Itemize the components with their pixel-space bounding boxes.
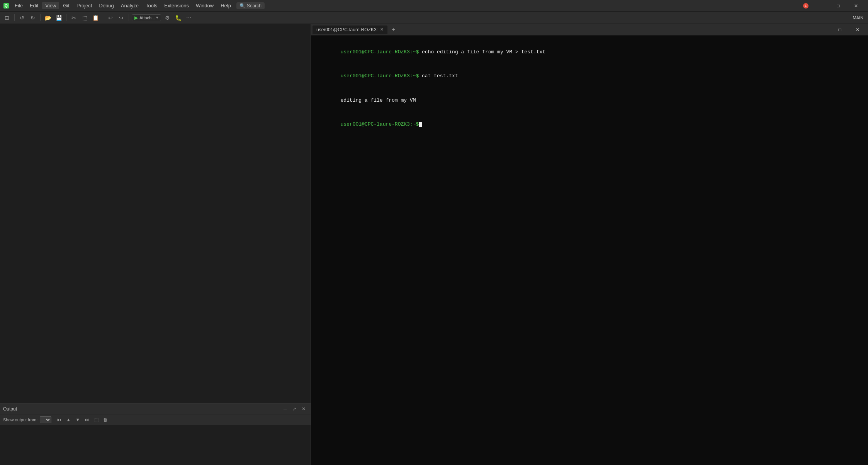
attach-label: Attach... — [139, 15, 155, 20]
toolbar-open-btn[interactable]: 📂 — [43, 13, 53, 22]
toolbar: ⊟ ↺ ↻ 📂 💾 ✂ ⬚ 📋 ↩ ↪ ▶ Attach... ▾ ⚙ 🐛 ⋯ … — [0, 12, 868, 24]
terminal-content[interactable]: user001@CPC-laure-ROZK3:~$ echo editing … — [311, 36, 868, 465]
mode-label: MAIN — [851, 15, 866, 21]
terminal-line-3: editing a file from my VM — [316, 89, 863, 112]
minimize-button[interactable]: ─ — [812, 0, 829, 12]
output-scroll-top-btn[interactable]: ⏮ — [55, 416, 63, 424]
output-filter-select[interactable] — [40, 416, 51, 423]
output-scroll-bottom-btn[interactable]: ⏭ — [83, 416, 91, 424]
menu-project[interactable]: Project — [73, 2, 95, 9]
toolbar-cut-btn[interactable]: ✂ — [69, 13, 78, 22]
right-panel: user001@CPC-laure-ROZK3: ✕ + ─ □ ✕ user0… — [311, 24, 868, 465]
output-clear-btn[interactable]: 🗑 — [102, 416, 109, 424]
output-panel: Output ─ ↗ ✕ Show output from: ⏮ ▲ ▼ ⏭ ⬚ — [0, 403, 311, 465]
menu-window[interactable]: Window — [193, 2, 217, 9]
output-filter-bar: Show output from: ⏮ ▲ ▼ ⏭ ⬚ 🗑 — [0, 414, 311, 425]
title-bar-left: Q File Edit View Git Project Debug Analy… — [3, 2, 265, 9]
toolbar-sep-4 — [103, 14, 103, 21]
toolbar-sep-2 — [40, 14, 41, 21]
app-logo-icon: Q — [3, 3, 9, 9]
toolbar-more-btn[interactable]: ⋯ — [184, 13, 194, 22]
menu-bar: File Edit View Git Project Debug Analyze… — [12, 2, 234, 9]
window-controls: ─ □ ✕ — [812, 0, 865, 12]
toolbar-sep-1 — [14, 14, 15, 21]
output-close-btn[interactable]: ✕ — [300, 405, 307, 413]
terminal-cmd-1: echo editing a file from my VM > test.tx… — [419, 49, 545, 55]
terminal-prompt-2: user001@CPC-laure-ROZK3:~$ — [340, 73, 419, 79]
toolbar-undo-btn[interactable]: ↺ — [17, 13, 27, 22]
terminal-tab-add-btn[interactable]: + — [389, 25, 398, 34]
menu-extensions[interactable]: Extensions — [161, 2, 192, 9]
run-button[interactable]: ▶ Attach... ▾ — [132, 14, 161, 21]
menu-tools[interactable]: Tools — [143, 2, 160, 9]
close-button[interactable]: ✕ — [847, 0, 865, 12]
search-label: Search — [247, 3, 262, 9]
output-pop-btn[interactable]: ↗ — [290, 405, 298, 413]
output-scroll-up-btn[interactable]: ▲ — [65, 416, 72, 424]
output-copy-btn[interactable]: ⬚ — [92, 416, 100, 424]
toolbar-paste-btn[interactable]: 📋 — [91, 13, 100, 22]
main-layout: Output ─ ↗ ✕ Show output from: ⏮ ▲ ▼ ⏭ ⬚ — [0, 24, 868, 465]
menu-debug[interactable]: Debug — [96, 2, 117, 9]
output-header: Output ─ ↗ ✕ — [0, 404, 311, 414]
terminal-cmd-2: cat test.txt — [419, 73, 458, 79]
terminal-prompt-3: user001@CPC-laure-ROZK3:~$ — [340, 121, 419, 127]
toolbar-debug-btn[interactable]: 🐛 — [173, 13, 183, 22]
menu-analyze[interactable]: Analyze — [118, 2, 142, 9]
toolbar-new-btn[interactable]: ⊟ — [2, 13, 12, 22]
output-content — [0, 425, 311, 465]
maximize-button[interactable]: □ — [829, 0, 847, 12]
toolbar-fwd-btn[interactable]: ↪ — [117, 13, 126, 22]
toolbar-save-btn[interactable]: 💾 — [54, 13, 63, 22]
terminal-win-minimize-btn[interactable]: ─ — [813, 24, 831, 36]
menu-edit[interactable]: Edit — [27, 2, 41, 9]
terminal-win-maximize-btn[interactable]: □ — [831, 24, 849, 36]
terminal-tab[interactable]: user001@CPC-laure-ROZK3: ✕ — [313, 26, 387, 34]
menu-file[interactable]: File — [12, 2, 26, 9]
title-bar: Q File Edit View Git Project Debug Analy… — [0, 0, 868, 12]
toolbar-sep-5 — [129, 14, 129, 21]
search-icon: 🔍 — [240, 3, 245, 9]
toolbar-back-btn[interactable]: ↩ — [106, 13, 115, 22]
terminal-prompt-1: user001@CPC-laure-ROZK3:~$ — [340, 49, 419, 55]
output-scroll-down-btn[interactable]: ▼ — [74, 416, 82, 424]
terminal-output-1: editing a file from my VM — [340, 97, 416, 103]
left-panel: Output ─ ↗ ✕ Show output from: ⏮ ▲ ▼ ⏭ ⬚ — [0, 24, 311, 465]
terminal-tab-title: user001@CPC-laure-ROZK3: — [316, 27, 378, 32]
terminal-line-4: user001@CPC-laure-ROZK3:~$ — [316, 112, 863, 136]
terminal-line-2: user001@CPC-laure-ROZK3:~$ cat test.txt — [316, 64, 863, 88]
output-title: Output — [3, 406, 17, 412]
terminal-tab-bar: user001@CPC-laure-ROZK3: ✕ + ─ □ ✕ — [311, 24, 868, 36]
output-minimize-btn[interactable]: ─ — [281, 405, 289, 413]
toolbar-redo-btn[interactable]: ↻ — [28, 13, 37, 22]
terminal-line-1: user001@CPC-laure-ROZK3:~$ echo editing … — [316, 40, 863, 64]
notification-badge: 1 — [803, 3, 809, 9]
toolbar-copy-btn[interactable]: ⬚ — [80, 13, 89, 22]
output-controls: ─ ↗ ✕ — [281, 405, 307, 413]
toolbar-build-btn[interactable]: ⚙ — [163, 13, 172, 22]
editor-area[interactable] — [0, 24, 311, 403]
menu-git[interactable]: Git — [60, 2, 73, 9]
menu-view[interactable]: View — [42, 2, 59, 9]
menu-help[interactable]: Help — [217, 2, 234, 9]
toolbar-sep-3 — [66, 14, 66, 21]
terminal-tab-close-btn[interactable]: ✕ — [380, 27, 384, 32]
output-filter-label: Show output from: — [3, 417, 37, 422]
terminal-cursor — [419, 122, 422, 127]
terminal-win-close-btn[interactable]: ✕ — [849, 24, 866, 36]
svg-text:Q: Q — [5, 4, 8, 8]
search-bar[interactable]: 🔍 Search — [236, 2, 265, 9]
